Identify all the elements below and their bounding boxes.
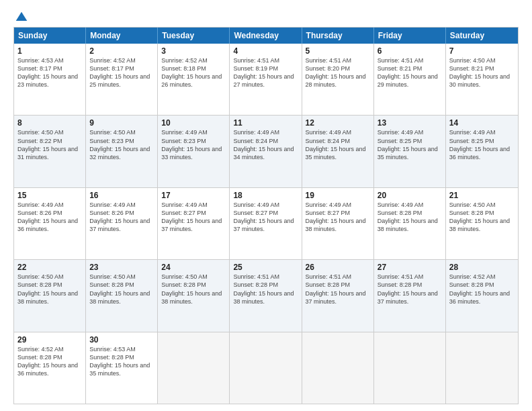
calendar-body: 1 Sunrise: 4:53 AMSunset: 8:17 PMDayligh… <box>14 44 518 404</box>
calendar-row-1: 1 Sunrise: 4:53 AMSunset: 8:17 PMDayligh… <box>14 44 518 115</box>
day-number: 16 <box>89 191 154 200</box>
cell-info: Sunrise: 4:53 AMSunset: 8:17 PMDaylight:… <box>17 57 78 88</box>
cell-info: Sunrise: 4:51 AMSunset: 8:28 PMDaylight:… <box>306 273 366 304</box>
day-number: 1 <box>17 46 82 56</box>
calendar-cell-day-22: 22 Sunrise: 4:50 AMSunset: 8:28 PMDaylig… <box>14 260 86 331</box>
calendar-row-2: 8 Sunrise: 4:50 AMSunset: 8:22 PMDayligh… <box>14 115 518 187</box>
svg-marker-0 <box>16 12 28 21</box>
calendar-cell-day-2: 2 Sunrise: 4:52 AMSunset: 8:17 PMDayligh… <box>86 44 158 115</box>
calendar-cell-day-4: 4 Sunrise: 4:51 AMSunset: 8:19 PMDayligh… <box>230 44 302 115</box>
day-number: 14 <box>449 118 515 128</box>
calendar-cell-day-1: 1 Sunrise: 4:53 AMSunset: 8:17 PMDayligh… <box>14 44 86 115</box>
header-day-saturday: Saturday <box>446 28 518 44</box>
calendar-cell-day-5: 5 Sunrise: 4:51 AMSunset: 8:20 PMDayligh… <box>302 44 374 115</box>
cell-info: Sunrise: 4:51 AMSunset: 8:20 PMDaylight:… <box>306 57 366 88</box>
day-number: 2 <box>89 46 154 56</box>
cell-info: Sunrise: 4:53 AMSunset: 8:28 PMDaylight:… <box>89 346 150 377</box>
cell-info: Sunrise: 4:50 AMSunset: 8:28 PMDaylight:… <box>161 273 222 304</box>
header-day-tuesday: Tuesday <box>158 28 230 44</box>
day-number: 20 <box>378 191 442 200</box>
day-number: 6 <box>378 46 442 56</box>
calendar-cell-day-17: 17 Sunrise: 4:49 AMSunset: 8:27 PMDaylig… <box>158 188 230 259</box>
day-number: 10 <box>161 118 226 128</box>
logo-text <box>13 11 28 24</box>
cell-info: Sunrise: 4:50 AMSunset: 8:28 PMDaylight:… <box>17 273 78 304</box>
cell-info: Sunrise: 4:49 AMSunset: 8:26 PMDaylight:… <box>17 201 78 232</box>
header-day-friday: Friday <box>374 28 446 44</box>
calendar-cell-day-26: 26 Sunrise: 4:51 AMSunset: 8:28 PMDaylig… <box>302 260 374 331</box>
calendar-cell-day-7: 7 Sunrise: 4:50 AMSunset: 8:21 PMDayligh… <box>446 44 518 115</box>
calendar-cell-day-23: 23 Sunrise: 4:50 AMSunset: 8:28 PMDaylig… <box>86 260 158 331</box>
day-number: 24 <box>161 263 226 272</box>
logo-icon <box>15 11 28 24</box>
day-number: 19 <box>306 191 370 200</box>
calendar-cell-empty <box>230 332 302 404</box>
calendar-cell-empty <box>374 332 446 404</box>
calendar-cell-day-30: 30 Sunrise: 4:53 AMSunset: 8:28 PMDaylig… <box>86 332 158 404</box>
cell-info: Sunrise: 4:49 AMSunset: 8:26 PMDaylight:… <box>89 201 150 232</box>
cell-info: Sunrise: 4:51 AMSunset: 8:28 PMDaylight:… <box>378 273 438 304</box>
cell-info: Sunrise: 4:51 AMSunset: 8:28 PMDaylight:… <box>233 273 294 304</box>
day-number: 29 <box>17 335 82 345</box>
calendar-cell-day-20: 20 Sunrise: 4:49 AMSunset: 8:28 PMDaylig… <box>374 188 446 259</box>
day-number: 23 <box>89 263 154 272</box>
cell-info: Sunrise: 4:50 AMSunset: 8:23 PMDaylight:… <box>89 129 150 160</box>
cell-info: Sunrise: 4:51 AMSunset: 8:21 PMDaylight:… <box>378 57 438 88</box>
cell-info: Sunrise: 4:52 AMSunset: 8:28 PMDaylight:… <box>449 273 510 304</box>
day-number: 25 <box>233 263 298 272</box>
calendar-cell-day-16: 16 Sunrise: 4:49 AMSunset: 8:26 PMDaylig… <box>86 188 158 259</box>
day-number: 27 <box>378 263 442 272</box>
day-number: 7 <box>449 46 515 56</box>
calendar-cell-day-25: 25 Sunrise: 4:51 AMSunset: 8:28 PMDaylig… <box>230 260 302 331</box>
header-day-thursday: Thursday <box>302 28 374 44</box>
day-number: 4 <box>233 46 298 56</box>
calendar-cell-empty <box>158 332 230 404</box>
calendar-cell-day-10: 10 Sunrise: 4:49 AMSunset: 8:23 PMDaylig… <box>158 116 230 187</box>
cell-info: Sunrise: 4:49 AMSunset: 8:27 PMDaylight:… <box>306 201 366 232</box>
day-number: 15 <box>17 191 82 200</box>
calendar-row-4: 22 Sunrise: 4:50 AMSunset: 8:28 PMDaylig… <box>14 259 518 331</box>
calendar-cell-day-28: 28 Sunrise: 4:52 AMSunset: 8:28 PMDaylig… <box>446 260 518 331</box>
calendar-row-5: 29 Sunrise: 4:52 AMSunset: 8:28 PMDaylig… <box>14 332 518 404</box>
cell-info: Sunrise: 4:49 AMSunset: 8:27 PMDaylight:… <box>161 201 222 232</box>
calendar-header: SundayMondayTuesdayWednesdayThursdayFrid… <box>14 28 518 44</box>
day-number: 30 <box>89 335 154 345</box>
day-number: 26 <box>306 263 370 272</box>
cell-info: Sunrise: 4:50 AMSunset: 8:28 PMDaylight:… <box>89 273 150 304</box>
day-number: 18 <box>233 191 298 200</box>
cell-info: Sunrise: 4:51 AMSunset: 8:19 PMDaylight:… <box>233 57 294 88</box>
day-number: 3 <box>161 46 226 56</box>
calendar-row-3: 15 Sunrise: 4:49 AMSunset: 8:26 PMDaylig… <box>14 187 518 259</box>
calendar-cell-day-27: 27 Sunrise: 4:51 AMSunset: 8:28 PMDaylig… <box>374 260 446 331</box>
day-number: 8 <box>17 118 82 128</box>
calendar-cell-day-12: 12 Sunrise: 4:49 AMSunset: 8:24 PMDaylig… <box>302 116 374 187</box>
day-number: 12 <box>306 118 370 128</box>
calendar-cell-day-3: 3 Sunrise: 4:52 AMSunset: 8:18 PMDayligh… <box>158 44 230 115</box>
calendar-cell-day-11: 11 Sunrise: 4:49 AMSunset: 8:24 PMDaylig… <box>230 116 302 187</box>
calendar: SundayMondayTuesdayWednesdayThursdayFrid… <box>13 27 519 404</box>
calendar-cell-day-6: 6 Sunrise: 4:51 AMSunset: 8:21 PMDayligh… <box>374 44 446 115</box>
cell-info: Sunrise: 4:49 AMSunset: 8:25 PMDaylight:… <box>378 129 438 160</box>
cell-info: Sunrise: 4:50 AMSunset: 8:21 PMDaylight:… <box>449 57 510 88</box>
calendar-cell-day-21: 21 Sunrise: 4:50 AMSunset: 8:28 PMDaylig… <box>446 188 518 259</box>
cell-info: Sunrise: 4:52 AMSunset: 8:17 PMDaylight:… <box>89 57 150 88</box>
day-number: 13 <box>378 118 442 128</box>
cell-info: Sunrise: 4:49 AMSunset: 8:23 PMDaylight:… <box>161 129 222 160</box>
calendar-cell-day-8: 8 Sunrise: 4:50 AMSunset: 8:22 PMDayligh… <box>14 116 86 187</box>
calendar-cell-empty <box>302 332 374 404</box>
calendar-cell-day-13: 13 Sunrise: 4:49 AMSunset: 8:25 PMDaylig… <box>374 116 446 187</box>
logo <box>13 11 28 21</box>
cell-info: Sunrise: 4:50 AMSunset: 8:22 PMDaylight:… <box>17 129 78 160</box>
calendar-cell-day-18: 18 Sunrise: 4:49 AMSunset: 8:27 PMDaylig… <box>230 188 302 259</box>
calendar-cell-day-24: 24 Sunrise: 4:50 AMSunset: 8:28 PMDaylig… <box>158 260 230 331</box>
day-number: 9 <box>89 118 154 128</box>
header <box>13 11 519 21</box>
cell-info: Sunrise: 4:52 AMSunset: 8:28 PMDaylight:… <box>17 346 78 377</box>
day-number: 22 <box>17 263 82 272</box>
page: SundayMondayTuesdayWednesdayThursdayFrid… <box>0 0 532 411</box>
header-day-sunday: Sunday <box>14 28 86 44</box>
calendar-cell-empty <box>446 332 518 404</box>
cell-info: Sunrise: 4:50 AMSunset: 8:28 PMDaylight:… <box>449 201 510 232</box>
cell-info: Sunrise: 4:49 AMSunset: 8:25 PMDaylight:… <box>449 129 510 160</box>
calendar-cell-day-9: 9 Sunrise: 4:50 AMSunset: 8:23 PMDayligh… <box>86 116 158 187</box>
